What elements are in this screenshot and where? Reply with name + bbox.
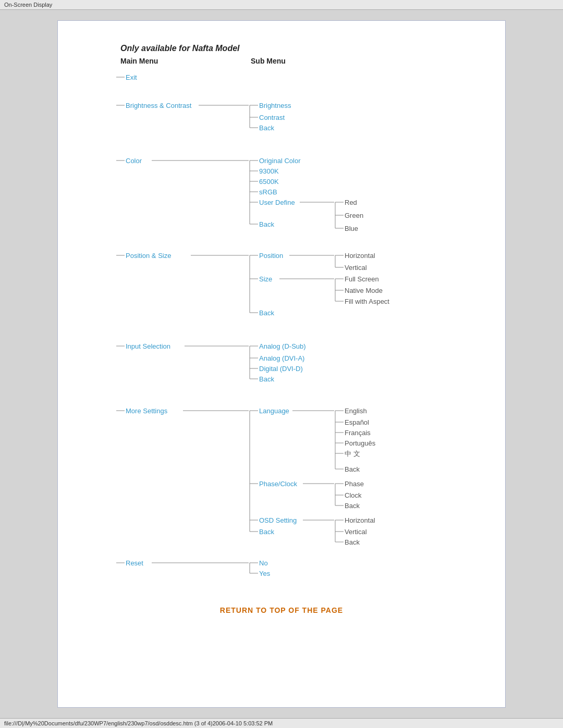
language-back-item: Back [345, 465, 360, 473]
bottom-bar: file:///D|/My%20Documents/dfu/230WP7/eng… [0, 718, 563, 728]
position-size-label: Position & Size [126, 252, 171, 260]
yes-item: Yes [259, 570, 271, 577]
green-item: Green [345, 212, 363, 219]
phase-clock-back-item: Back [345, 502, 360, 510]
input-back-item: Back [259, 375, 274, 383]
analog-dsub-item: Analog (D-Sub) [259, 342, 306, 350]
exit-label: Exit [126, 73, 137, 81]
native-mode-item: Native Mode [345, 287, 383, 294]
color-label: Color [126, 157, 142, 165]
no-item: No [259, 559, 268, 567]
fill-with-aspect-item: Fill with Aspect [345, 298, 389, 305]
white-box: Only available for Nafta Model Main Menu… [57, 20, 506, 708]
nafta-note: Only available for Nafta Model [120, 44, 240, 53]
menu-diagram: Only available for Nafta Model Main Menu… [79, 36, 485, 589]
brightness-contrast-label: Brightness & Contrast [126, 102, 192, 109]
phase-item: Phase [345, 480, 364, 488]
size-sub-label: Size [259, 275, 272, 283]
user-define-item: User Define [259, 199, 295, 206]
blue-item: Blue [345, 225, 358, 232]
return-label: RETURN TO TOP OF THE PAGE [220, 606, 343, 614]
osd-setting-sub-label: OSD Setting [259, 516, 297, 524]
phase-clock-sub-label: Phase/Clock [259, 480, 297, 488]
bottom-bar-label: file:///D|/My%20Documents/dfu/230WP7/eng… [4, 720, 273, 726]
language-sub-label: Language [259, 407, 289, 415]
top-bar-label: On-Screen Display [4, 2, 52, 8]
osd-horizontal-item: Horizontal [345, 516, 375, 524]
digital-dvid-item: Digital (DVI-D) [259, 365, 303, 373]
francais-item: Français [345, 429, 371, 437]
red-item: Red [345, 199, 357, 206]
main-content: Only available for Nafta Model Main Menu… [0, 10, 563, 718]
top-bar: On-Screen Display [0, 0, 563, 10]
analog-dvia-item: Analog (DVI-A) [259, 354, 304, 362]
reset-label: Reset [126, 559, 143, 567]
ps-back-item: Back [259, 309, 274, 317]
english-item: English [345, 407, 367, 415]
contrast-item: Contrast [259, 114, 285, 121]
position-sub-label: Position [259, 252, 283, 260]
original-color-item: Original Color [259, 157, 301, 165]
position-horizontal-item: Horizontal [345, 252, 375, 260]
srgb-item: sRGB [259, 188, 277, 196]
input-selection-label: Input Selection [126, 342, 170, 350]
col-sub-header: Sub Menu [251, 57, 286, 65]
9300k-item: 9300K [259, 167, 279, 175]
full-screen-item: Full Screen [345, 275, 379, 283]
clock-item: Clock [345, 491, 362, 499]
color-back-item: Back [259, 220, 274, 228]
espanol-item: Español [345, 418, 369, 426]
brightness-item: Brightness [259, 102, 291, 109]
col-main-header: Main Menu [120, 57, 158, 65]
portugues-item: Português [345, 439, 376, 447]
more-settings-back-item: Back [259, 528, 274, 536]
chinese-item: 中 文 [345, 450, 360, 458]
bc-back-item: Back [259, 124, 274, 132]
more-settings-label: More Settings [126, 407, 168, 415]
osd-vertical-item: Vertical [345, 528, 367, 536]
return-to-top[interactable]: RETURN TO TOP OF THE PAGE [79, 606, 484, 614]
6500k-item: 6500K [259, 178, 279, 186]
osd-back-item: Back [345, 538, 360, 546]
position-vertical-item: Vertical [345, 264, 367, 272]
